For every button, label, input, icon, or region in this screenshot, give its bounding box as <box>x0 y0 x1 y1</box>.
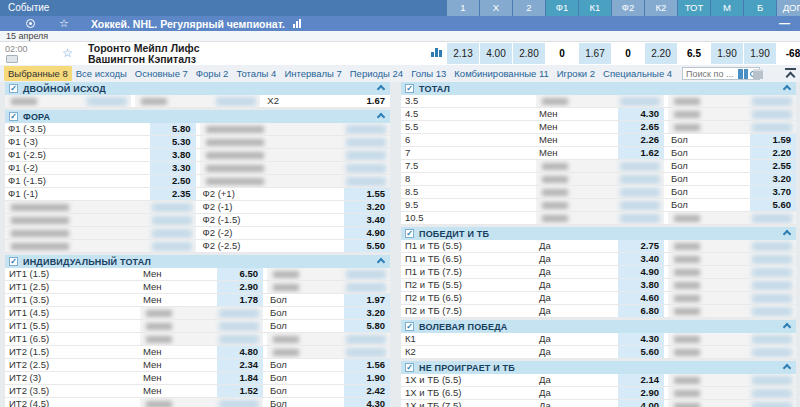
outcome[interactable]: Бол5.80 <box>267 320 390 332</box>
collapse-chevron-icon[interactable] <box>783 85 791 93</box>
odd-value-button[interactable]: 5.60 <box>618 346 664 358</box>
odd-value-button[interactable]: 5.30 <box>150 136 196 148</box>
outcome[interactable]: Бол3.70 <box>668 186 796 198</box>
outcome[interactable]: Мен2.90 <box>140 281 263 293</box>
collapse-chevron-icon[interactable] <box>377 113 385 121</box>
outcome[interactable]: Бол2.20 <box>668 147 796 159</box>
odd-value-button[interactable]: 3.80 <box>618 279 664 291</box>
outcome[interactable]: Да4.90 <box>536 266 664 278</box>
outcome[interactable]: Бол1.90 <box>267 372 390 384</box>
odd-value-button[interactable]: 1.55 <box>344 188 390 200</box>
odd-value-button[interactable]: 3.80 <box>150 149 196 161</box>
outcome[interactable]: Мен4.30 <box>536 108 664 120</box>
outcome[interactable]: Ф2 (-2.5)5.50 <box>200 240 391 252</box>
outcome[interactable]: Бол2.42 <box>267 385 390 397</box>
odd-value-button[interactable]: 1.97 <box>344 294 390 306</box>
outcome[interactable]: Бол5.60 <box>668 199 796 211</box>
outcome[interactable]: Мен6.50 <box>140 268 263 280</box>
league-title[interactable]: Хоккей. NHL. Регулярный чемпионат. <box>91 18 285 30</box>
scroll-to-top-icon[interactable] <box>785 68 796 78</box>
outcome[interactable]: Ф1 (-3.5)5.80 <box>5 123 196 135</box>
match-odds-cell[interactable]: 2.20 <box>645 43 677 64</box>
checkbox-checked-icon[interactable]: ✓ <box>9 84 18 93</box>
odd-value-button[interactable]: 1.59 <box>750 134 796 146</box>
outcome[interactable]: Да2.14 <box>536 374 664 386</box>
outcome[interactable]: Мен2.34 <box>140 359 263 371</box>
odd-value-button[interactable]: 3.20 <box>344 201 390 213</box>
outcome[interactable]: Ф2 (-1.5)3.40 <box>200 214 391 226</box>
odd-value-button[interactable]: 3.20 <box>344 307 390 319</box>
match-odds-cell[interactable]: 1.90 <box>744 43 776 64</box>
outcome[interactable]: Мен1.84 <box>140 372 263 384</box>
search-input[interactable] <box>686 69 744 79</box>
tab-игроки-2[interactable]: Игроки 2 <box>553 66 599 81</box>
tab-специальные-4[interactable]: Специальные 4 <box>599 66 676 81</box>
odd-value-button[interactable]: 4.30 <box>618 333 664 345</box>
odd-value-button[interactable]: 4.90 <box>618 266 664 278</box>
match-row[interactable]: 02:00 ☆ Торонто Мейпл Лифс Вашингтон Кэп… <box>0 42 800 65</box>
outcome[interactable]: X21.67 <box>264 95 390 107</box>
outcome[interactable]: Да6.80 <box>536 305 664 317</box>
checkbox-checked-icon[interactable]: ✓ <box>405 84 414 93</box>
outcome[interactable]: Да5.60 <box>536 346 664 358</box>
odd-value-button[interactable]: 6.80 <box>618 305 664 317</box>
league-bar[interactable]: ☆ Хоккей. NHL. Регулярный чемпионат. — <box>0 16 800 31</box>
match-odds-cell[interactable]: 6.5 <box>678 43 710 64</box>
outcome[interactable]: Мен1.78 <box>140 294 263 306</box>
odd-value-button[interactable]: 5.60 <box>750 199 796 211</box>
match-stats-icon[interactable] <box>431 48 442 57</box>
outcome[interactable]: Мен1.52 <box>140 385 263 397</box>
odd-value-button[interactable]: 2.75 <box>618 240 664 252</box>
tab-форы-2[interactable]: Форы 2 <box>192 66 233 81</box>
outcome[interactable]: Ф2 (-1)3.20 <box>200 201 391 213</box>
tab-комбинированные-11[interactable]: Комбинированные 11 <box>450 66 552 81</box>
odd-value-button[interactable]: 1.56 <box>344 359 390 371</box>
collapse-league-icon[interactable]: — <box>779 16 790 31</box>
league-stats-icon[interactable] <box>293 19 301 28</box>
odd-value-button[interactable]: 3.40 <box>618 253 664 265</box>
odd-value-button[interactable]: 2.42 <box>344 385 390 397</box>
odd-value-button[interactable]: 1.52 <box>217 385 263 397</box>
odd-value-button[interactable]: 1.78 <box>217 294 263 306</box>
outcome[interactable]: Бол2.55 <box>668 160 796 172</box>
outcome[interactable]: Да2.90 <box>536 387 664 399</box>
checkbox-checked-icon[interactable]: ✓ <box>405 229 414 238</box>
odd-value-button[interactable]: 2.90 <box>217 281 263 293</box>
outcome[interactable]: Да3.40 <box>536 253 664 265</box>
outcome[interactable]: Мен2.26 <box>536 134 664 146</box>
odd-value-button[interactable]: 4.30 <box>618 108 664 120</box>
outcome[interactable]: Да4.60 <box>536 292 664 304</box>
match-odds-cell[interactable]: 2.13 <box>447 43 479 64</box>
odd-value-button[interactable]: 4.60 <box>618 292 664 304</box>
outcome[interactable]: Ф2 (-2)4.90 <box>200 227 391 239</box>
tab-основные-7[interactable]: Основные 7 <box>131 66 192 81</box>
one-column-layout-icon[interactable] <box>753 69 763 79</box>
checkbox-checked-icon[interactable]: ✓ <box>405 322 414 331</box>
outcome[interactable]: Ф1 (-1.5)2.50 <box>5 175 196 187</box>
odd-value-button[interactable]: 5.80 <box>344 320 390 332</box>
outcome[interactable]: Да2.75 <box>536 240 664 252</box>
outcome[interactable]: Бол3.20 <box>668 173 796 185</box>
tab-тоталы-4[interactable]: Тоталы 4 <box>232 66 280 81</box>
odd-value-button[interactable]: 2.26 <box>618 134 664 146</box>
odd-value-button[interactable]: 2.20 <box>750 147 796 159</box>
outcome[interactable]: Бол1.59 <box>668 134 796 146</box>
odd-value-button[interactable]: 3.40 <box>344 214 390 226</box>
outcome[interactable]: Ф1 (-2)3.30 <box>5 162 196 174</box>
odd-value-button[interactable]: 5.80 <box>150 123 196 135</box>
odd-value-button[interactable]: 4.00 <box>618 400 664 407</box>
match-odds-cell[interactable]: 2.80 <box>513 43 545 64</box>
outcome[interactable]: Бол3.20 <box>267 307 390 319</box>
odd-value-button[interactable]: 2.35 <box>150 188 196 200</box>
outcome[interactable]: Мен1.62 <box>536 147 664 159</box>
checkbox-checked-icon[interactable]: ✓ <box>405 363 414 372</box>
odd-value-button[interactable]: 2.34 <box>217 359 263 371</box>
outcome[interactable]: Да3.80 <box>536 279 664 291</box>
outcome[interactable]: Бол1.56 <box>267 359 390 371</box>
collapse-chevron-icon[interactable] <box>783 230 791 238</box>
team2-name[interactable]: Вашингтон Кэпиталз <box>88 54 200 65</box>
odd-value-button[interactable]: 1.84 <box>217 372 263 384</box>
two-column-layout-icon[interactable] <box>738 69 748 79</box>
match-favorite-star-icon[interactable]: ☆ <box>62 46 73 60</box>
odd-value-button[interactable]: 6.50 <box>217 268 263 280</box>
